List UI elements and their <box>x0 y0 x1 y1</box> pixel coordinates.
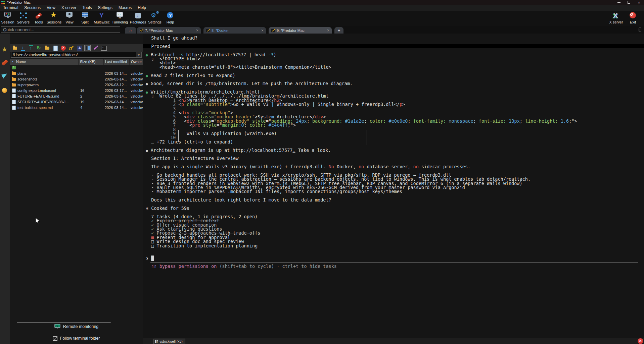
file-table-header: Name Size (KB) Last modified Owner <box>10 59 143 65</box>
terminal-line <box>146 248 644 252</box>
remote-monitoring-button[interactable]: Remote monitoring <box>10 324 143 329</box>
path-input[interactable] <box>11 52 136 58</box>
tab-close-icon[interactable]: × <box>325 28 329 33</box>
session-icon <box>3 12 12 20</box>
column-size[interactable]: Size (KB) <box>78 59 103 65</box>
folder-icon <box>12 77 16 81</box>
terminal-line: ❯ █ <box>146 256 644 260</box>
ssh-key-icon <box>206 28 210 33</box>
column-modified[interactable]: Last modified <box>103 59 129 65</box>
tab-9-predator-mac-active[interactable]: 9. *Predator Mac × <box>269 27 332 34</box>
menu-terminal[interactable]: Terminal <box>0 5 21 11</box>
upload-icon[interactable] <box>28 45 34 51</box>
tab-close-icon[interactable]: × <box>259 28 264 33</box>
file-row[interactable]: .. <box>10 65 143 70</box>
macros-panel-icon[interactable] <box>1 72 8 78</box>
toolbar-session-button[interactable]: Session <box>0 11 15 26</box>
terminal-line: The app is a single Wails v3 binary (wra… <box>146 165 644 169</box>
follow-terminal-folder-checkbox[interactable] <box>53 336 57 341</box>
toolbar-settings-button[interactable]: Settings <box>147 11 163 26</box>
ssh-key-icon <box>271 28 275 33</box>
download-icon[interactable] <box>20 45 26 51</box>
file-icon <box>12 89 16 92</box>
sftp-file-panel: Name Size (KB) Last modified Owner .. pl… <box>10 34 143 344</box>
ssh-key-icon <box>139 28 143 33</box>
menu-help[interactable]: Help <box>135 5 149 11</box>
column-owner[interactable]: Owner <box>129 59 143 65</box>
file-row[interactable]: SECURITY-AUDIT-2026-03-1... 192026-03-14… <box>10 99 143 105</box>
packages-icon <box>134 12 142 20</box>
toolbar-help-button[interactable]: Help <box>163 11 178 26</box>
magic-wand-icon[interactable] <box>92 45 99 51</box>
menu-settings[interactable]: Settings <box>95 5 116 11</box>
terminal-line: ✓ Explore project context <box>146 219 644 223</box>
terminal-line: 7 <pre style="margin:0; color: #c4c4ff;"… <box>146 123 644 127</box>
mouse-cursor <box>35 217 40 225</box>
file-row[interactable]: plans 2026-03-14...vstockw <box>10 70 143 76</box>
terminal-line: - MobaXterm importer parses .mobaconf IN… <box>146 189 644 193</box>
toolbar-exit-button[interactable]: Exit <box>625 11 641 24</box>
xserver-icon <box>612 12 620 20</box>
close-button[interactable] <box>634 0 644 5</box>
toolbar-tunneling-button[interactable]: Tunneling <box>111 11 129 26</box>
terminal-line: ● Bash(curl -s http://localhost:57577 | … <box>146 53 644 57</box>
tab-7-predator-mac[interactable]: 7. *Predator Mac × <box>137 27 201 34</box>
menu-macros[interactable]: Macros <box>116 5 135 11</box>
toolbar-multiexec-button[interactable]: MultiExec <box>93 11 111 26</box>
menu-sessions[interactable]: Sessions <box>21 5 44 11</box>
toolbar-sessions-button[interactable]: Sessions <box>46 11 62 26</box>
quick-connect-input[interactable] <box>1 26 120 33</box>
sftp-panel-icon[interactable] <box>2 88 7 93</box>
toolbar-servers-button[interactable]: Servers <box>15 11 31 26</box>
path-dropdown-button[interactable] <box>136 52 142 58</box>
terminal-view-icon[interactable] <box>100 45 107 51</box>
toolbar-packages-button[interactable]: Packages <box>129 11 147 26</box>
delete-icon[interactable] <box>60 45 66 51</box>
toolbar-xserver-button[interactable]: X server <box>607 11 625 24</box>
maximize-button[interactable] <box>624 0 634 5</box>
status-close-icon[interactable] <box>638 338 643 344</box>
terminal-line: 2 <p class="subtitle">Go + Wails v3 | Wi… <box>146 102 644 106</box>
tab-8-docker[interactable]: 8. *Docker × <box>203 27 266 34</box>
tab-bar-row: 7. *Predator Mac × 8. *Docker × 9. *Pred… <box>0 26 644 34</box>
dual-pane-icon[interactable] <box>84 45 91 51</box>
minimize-button[interactable] <box>614 0 624 5</box>
tools-panel-icon[interactable] <box>1 59 8 66</box>
paperclip-icon[interactable] <box>639 27 641 32</box>
refresh-icon[interactable] <box>36 45 42 51</box>
new-folder-icon[interactable] <box>44 45 50 51</box>
mobaxterm-window: *Predator Mac Terminal Sessions View X s… <box>0 0 644 344</box>
rename-icon[interactable] <box>76 45 83 51</box>
terminal-line: Proceed <box>146 44 644 48</box>
tab-home[interactable] <box>125 27 136 34</box>
file-row[interactable]: screenshots 2026-03-14...vstockw <box>10 76 143 82</box>
menu-tools[interactable]: Tools <box>80 5 95 11</box>
new-tab-button[interactable]: + <box>334 27 343 34</box>
parent-folder-icon[interactable] <box>12 45 18 51</box>
toolbar-split-button[interactable]: Split <box>77 11 93 26</box>
menu-xserver[interactable]: X server <box>58 5 80 11</box>
terminal[interactable]: Shall I go ahead? Proceed● Bash(curl -s … <box>143 34 644 344</box>
sessions-panel-icon[interactable] <box>2 46 7 53</box>
sessions-star-icon <box>50 12 58 20</box>
status-bar: vstockwell (x3) <box>143 338 644 344</box>
exit-power-icon <box>629 12 637 20</box>
toolbar-tools-button[interactable]: Tools <box>31 11 46 26</box>
tab-close-icon[interactable]: × <box>194 28 198 33</box>
new-file-icon[interactable] <box>52 45 58 51</box>
file-row[interactable]: FUTURE-FEATURES.md 22026-03-14...vstockw <box>10 93 143 99</box>
terminal-line: ● Good, screen dir is /tmp/brainstorm. L… <box>146 81 644 85</box>
file-row[interactable]: config-export.mobaconf 162026-03-17...vs… <box>10 88 143 93</box>
column-name[interactable]: Name <box>10 59 78 65</box>
file-row[interactable]: test-buildout-spec.md 42026-03-14...vsto… <box>10 105 143 110</box>
session-status-tab[interactable]: vstockwell (x3) <box>153 339 185 344</box>
servers-icon <box>19 12 28 20</box>
menu-view[interactable]: View <box>44 5 58 11</box>
multiexec-icon <box>97 12 106 20</box>
file-icon <box>12 94 16 98</box>
folder-icon <box>12 71 16 75</box>
file-row[interactable]: superpowers 2026-03-12...vstockw <box>10 82 143 88</box>
key-icon[interactable] <box>68 45 75 51</box>
terminal-line: Shall I go ahead? <box>146 36 644 40</box>
toolbar-view-button[interactable]: View <box>62 11 77 26</box>
